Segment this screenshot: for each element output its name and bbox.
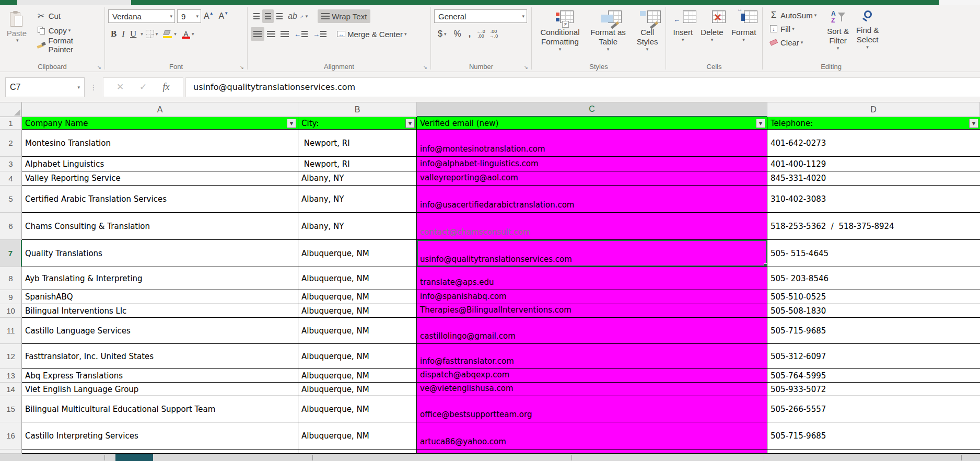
row-header-14[interactable]: 14 bbox=[0, 383, 22, 396]
row-header-11[interactable]: 11 bbox=[0, 318, 22, 344]
row-header-12[interactable]: 12 bbox=[0, 344, 22, 369]
font-color-button[interactable]: A▾ bbox=[179, 27, 197, 41]
cell-D2[interactable]: 401-642-0273 bbox=[767, 130, 980, 157]
row-header-1[interactable]: 1 bbox=[0, 117, 22, 130]
cell-B15[interactable]: Albuquerque, NM bbox=[298, 396, 417, 422]
cell-D14[interactable]: 505-933-5072 bbox=[767, 383, 980, 396]
cell-A16[interactable]: Castillo Interpreting Services bbox=[22, 422, 298, 450]
borders-button[interactable]: ▾ bbox=[143, 27, 161, 41]
cell-A14[interactable]: Viet English Language Group bbox=[22, 383, 298, 396]
cell-B17[interactable] bbox=[298, 450, 417, 454]
cell-C5[interactable]: info@usacertifiedarabictranslation.com bbox=[417, 186, 767, 213]
cell-B2[interactable]: Newport, RI bbox=[298, 130, 417, 157]
alignment-dialog-launcher-icon[interactable]: ↘ bbox=[423, 64, 427, 70]
cell-D8[interactable]: 505- 203-8546 bbox=[767, 267, 980, 290]
cell-C8[interactable]: translate@aps.edu bbox=[417, 267, 767, 290]
insert-function-icon[interactable]: fx bbox=[155, 82, 178, 93]
cell-C11[interactable]: castillolingo@gmail.com bbox=[417, 318, 767, 344]
clipboard-dialog-launcher-icon[interactable]: ↘ bbox=[97, 64, 101, 70]
conditional-formatting-button[interactable]: ≠ Conditional Formatting ▾ bbox=[536, 8, 583, 72]
cell-C15[interactable]: office@bestsupportteam.org bbox=[417, 396, 767, 422]
cell-A7[interactable]: Quality Translations bbox=[22, 240, 298, 267]
select-all-button[interactable] bbox=[0, 102, 22, 117]
align-top-button[interactable] bbox=[251, 9, 262, 23]
comma-button[interactable]: , bbox=[465, 27, 474, 41]
cell-C9[interactable]: info@spanishabq.com bbox=[417, 290, 767, 304]
name-box[interactable]: C7 ▾ bbox=[5, 77, 85, 97]
cell-C3[interactable]: info@alphabet-linguistics.com bbox=[417, 157, 767, 171]
cancel-icon[interactable]: ✕ bbox=[109, 82, 132, 93]
format-painter-button[interactable]: Format Painter bbox=[33, 38, 102, 52]
row-header-8[interactable]: 8 bbox=[0, 267, 22, 290]
scrollbar-thumb[interactable] bbox=[115, 454, 153, 461]
cell-C10[interactable]: Therapies@BilingualInterventions.com bbox=[417, 304, 767, 318]
cell-D10[interactable]: 505-508-1830 bbox=[767, 304, 980, 318]
format-cells-button[interactable]: ↔ Format ▾ bbox=[728, 8, 760, 72]
cell-C14[interactable]: ve@vietenglishusa.com bbox=[417, 383, 767, 396]
row-header-15[interactable]: 15 bbox=[0, 396, 22, 422]
cell-A10[interactable]: Bilingual Interventions Llc bbox=[22, 304, 298, 318]
font-family-select[interactable]: Verdana ▾ bbox=[108, 9, 175, 23]
horizontal-scrollbar[interactable] bbox=[0, 454, 980, 461]
cell-D12[interactable]: 505-312-6097 bbox=[767, 344, 980, 369]
cell-D1[interactable]: Telephone:▼ bbox=[767, 117, 980, 130]
cell-C17[interactable] bbox=[417, 450, 767, 454]
row-header-17[interactable] bbox=[0, 450, 22, 454]
filter-button-C[interactable]: ▼ bbox=[756, 119, 765, 128]
cell-A9[interactable]: SpanishABQ bbox=[22, 290, 298, 304]
increase-indent-button[interactable]: → bbox=[310, 27, 329, 41]
cell-B3[interactable]: Newport, RI bbox=[298, 157, 417, 171]
row-header-13[interactable]: 13 bbox=[0, 369, 22, 383]
cell-A15[interactable]: Bilingual Multicultural Educational Supp… bbox=[22, 396, 298, 422]
row-header-6[interactable]: 6 bbox=[0, 213, 22, 240]
align-center-button[interactable] bbox=[264, 27, 278, 41]
cell-C2[interactable]: info@montesinotranslation.com bbox=[417, 130, 767, 157]
row-header-7[interactable]: 7 bbox=[0, 240, 22, 267]
clear-button[interactable]: Clear ▾ bbox=[766, 36, 819, 49]
cut-button[interactable]: ✂ Cut bbox=[33, 8, 102, 23]
cell-D16[interactable]: 505-715-9685 bbox=[767, 422, 980, 450]
row-header-2[interactable]: 2 bbox=[0, 130, 22, 157]
cell-A13[interactable]: Abq Express Translations bbox=[22, 369, 298, 383]
column-header-B[interactable]: B bbox=[298, 102, 417, 117]
cell-A5[interactable]: Certified Arabic Translation Services bbox=[22, 186, 298, 213]
row-header-5[interactable]: 5 bbox=[0, 186, 22, 213]
cell-A12[interactable]: Fasttranslator, Inc. United States bbox=[22, 344, 298, 369]
cell-B9[interactable]: Albuquerque, NM bbox=[298, 290, 417, 304]
row-header-3[interactable]: 3 bbox=[0, 157, 22, 171]
number-format-select[interactable]: General ▾ bbox=[434, 9, 527, 23]
cell-B13[interactable]: Albuquerque, NM bbox=[298, 369, 417, 383]
align-left-button[interactable] bbox=[251, 27, 264, 41]
cell-B4[interactable]: Albany, NY bbox=[298, 171, 417, 186]
autosum-button[interactable]: Σ AutoSum ▾ bbox=[766, 8, 819, 22]
cell-B10[interactable]: Albuquerque, NM bbox=[298, 304, 417, 318]
column-header-C[interactable]: C bbox=[417, 102, 767, 117]
row-header-16[interactable]: 16 bbox=[0, 422, 22, 450]
cell-B1[interactable]: City:▼ bbox=[298, 117, 417, 130]
cell-A17[interactable] bbox=[22, 450, 298, 454]
cell-B16[interactable]: Albuquerque, NM bbox=[298, 422, 417, 450]
cell-D15[interactable]: 505-266-5557 bbox=[767, 396, 980, 422]
cell-C16[interactable]: artuca86@yahoo.com bbox=[417, 422, 767, 450]
cell-A1[interactable]: Company Name▼ bbox=[22, 117, 298, 130]
sort-filter-button[interactable]: AZ Sort & Filter ▾ bbox=[823, 8, 853, 72]
paste-button[interactable]: Paste ▾ bbox=[3, 8, 30, 72]
enter-check-icon[interactable]: ✓ bbox=[132, 82, 155, 93]
cell-C1[interactable]: Verified email (new)▼ bbox=[417, 117, 767, 130]
find-select-button[interactable]: Find & Select ▾ bbox=[853, 8, 882, 72]
formula-input[interactable]: usinfo@qualitytranslationservices.com bbox=[185, 77, 980, 97]
cell-C7[interactable]: usinfo@qualitytranslationservices.com bbox=[417, 240, 767, 267]
cell-B6[interactable]: Albany, NY bbox=[298, 213, 417, 240]
cell-A6[interactable]: Chams Consulting & Translation bbox=[22, 213, 298, 240]
cell-D4[interactable]: 845-331-4020 bbox=[767, 171, 980, 186]
cell-B12[interactable]: Albuquerque, NM bbox=[298, 344, 417, 369]
filter-button-B[interactable]: ▼ bbox=[405, 119, 415, 128]
cell-D9[interactable]: 505-510-0525 bbox=[767, 290, 980, 304]
cell-styles-button[interactable]: Cell Styles ▾ bbox=[633, 8, 662, 72]
decrease-font-button[interactable]: A▼ bbox=[216, 9, 231, 23]
formula-bar-drag-handle[interactable]: ⋮ bbox=[90, 83, 98, 91]
bold-button[interactable]: B bbox=[108, 27, 119, 41]
italic-button[interactable]: I bbox=[119, 27, 127, 41]
cell-A4[interactable]: Valley Reporting Service bbox=[22, 171, 298, 186]
cell-A2[interactable]: Montesino Translation bbox=[22, 130, 298, 157]
